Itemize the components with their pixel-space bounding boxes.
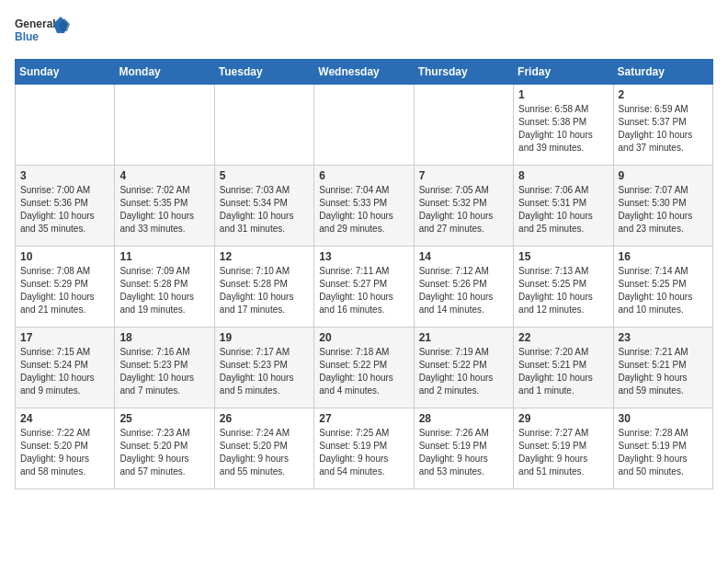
calendar-cell: 9Sunrise: 7:07 AMSunset: 5:30 PMDaylight… bbox=[613, 166, 712, 247]
day-info: Sunrise: 7:26 AMSunset: 5:19 PMDaylight:… bbox=[419, 427, 508, 478]
svg-text:Blue: Blue bbox=[15, 30, 39, 43]
day-number: 3 bbox=[20, 169, 109, 182]
day-number: 5 bbox=[220, 169, 309, 182]
calendar-cell: 10Sunrise: 7:08 AMSunset: 5:29 PMDayligh… bbox=[16, 247, 115, 327]
calendar-cell bbox=[115, 85, 214, 166]
calendar-cell: 24Sunrise: 7:22 AMSunset: 5:20 PMDayligh… bbox=[16, 408, 115, 489]
header: General Blue bbox=[15, 15, 713, 48]
calendar-cell: 7Sunrise: 7:05 AMSunset: 5:32 PMDaylight… bbox=[414, 166, 513, 247]
day-info: Sunrise: 6:59 AMSunset: 5:37 PMDaylight:… bbox=[619, 103, 708, 155]
calendar-cell bbox=[214, 85, 313, 166]
calendar-cell bbox=[16, 85, 115, 166]
day-info: Sunrise: 7:12 AMSunset: 5:26 PMDaylight:… bbox=[419, 265, 508, 316]
day-info: Sunrise: 7:28 AMSunset: 5:19 PMDaylight:… bbox=[619, 427, 708, 478]
weekday-monday: Monday bbox=[115, 60, 214, 85]
calendar-cell: 25Sunrise: 7:23 AMSunset: 5:20 PMDayligh… bbox=[115, 408, 214, 489]
calendar-cell: 28Sunrise: 7:26 AMSunset: 5:19 PMDayligh… bbox=[414, 408, 513, 489]
calendar-cell: 13Sunrise: 7:11 AMSunset: 5:27 PMDayligh… bbox=[314, 247, 414, 327]
calendar-cell: 17Sunrise: 7:15 AMSunset: 5:24 PMDayligh… bbox=[16, 327, 115, 408]
day-info: Sunrise: 7:24 AMSunset: 5:20 PMDaylight:… bbox=[220, 427, 309, 478]
day-info: Sunrise: 7:17 AMSunset: 5:23 PMDaylight:… bbox=[220, 346, 309, 397]
weekday-saturday: Saturday bbox=[613, 60, 712, 85]
day-number: 2 bbox=[619, 88, 708, 101]
day-number: 11 bbox=[119, 250, 209, 263]
day-number: 9 bbox=[619, 169, 708, 182]
svg-text:General: General bbox=[15, 17, 56, 30]
day-info: Sunrise: 7:14 AMSunset: 5:25 PMDaylight:… bbox=[619, 265, 708, 316]
weekday-tuesday: Tuesday bbox=[214, 60, 313, 85]
calendar-cell: 4Sunrise: 7:02 AMSunset: 5:35 PMDaylight… bbox=[115, 166, 214, 247]
calendar-cell: 5Sunrise: 7:03 AMSunset: 5:34 PMDaylight… bbox=[214, 166, 313, 247]
calendar-cell: 6Sunrise: 7:04 AMSunset: 5:33 PMDaylight… bbox=[314, 166, 414, 247]
calendar-cell: 11Sunrise: 7:09 AMSunset: 5:28 PMDayligh… bbox=[115, 247, 214, 327]
calendar-week-1: 1Sunrise: 6:58 AMSunset: 5:38 PMDaylight… bbox=[16, 85, 713, 166]
calendar-cell: 12Sunrise: 7:10 AMSunset: 5:28 PMDayligh… bbox=[214, 247, 313, 327]
calendar-cell: 8Sunrise: 7:06 AMSunset: 5:31 PMDaylight… bbox=[514, 166, 613, 247]
day-number: 30 bbox=[619, 412, 708, 425]
day-number: 17 bbox=[20, 331, 109, 344]
day-number: 27 bbox=[319, 412, 408, 425]
calendar-cell: 22Sunrise: 7:20 AMSunset: 5:21 PMDayligh… bbox=[514, 327, 613, 408]
logo-svg: General Blue bbox=[15, 15, 70, 48]
calendar-cell: 29Sunrise: 7:27 AMSunset: 5:19 PMDayligh… bbox=[514, 408, 613, 489]
day-info: Sunrise: 7:18 AMSunset: 5:22 PMDaylight:… bbox=[319, 346, 408, 397]
day-info: Sunrise: 7:05 AMSunset: 5:32 PMDaylight:… bbox=[419, 184, 508, 236]
day-info: Sunrise: 6:58 AMSunset: 5:38 PMDaylight:… bbox=[518, 103, 608, 155]
calendar-cell: 1Sunrise: 6:58 AMSunset: 5:38 PMDaylight… bbox=[514, 85, 613, 166]
day-info: Sunrise: 7:00 AMSunset: 5:36 PMDaylight:… bbox=[20, 184, 109, 236]
calendar-week-2: 3Sunrise: 7:00 AMSunset: 5:36 PMDaylight… bbox=[16, 166, 713, 247]
day-number: 10 bbox=[20, 250, 109, 263]
day-number: 29 bbox=[518, 412, 608, 425]
day-number: 4 bbox=[119, 169, 209, 182]
calendar-cell: 23Sunrise: 7:21 AMSunset: 5:21 PMDayligh… bbox=[613, 327, 712, 408]
day-number: 1 bbox=[518, 88, 608, 101]
weekday-wednesday: Wednesday bbox=[314, 60, 414, 85]
day-info: Sunrise: 7:27 AMSunset: 5:19 PMDaylight:… bbox=[518, 427, 608, 478]
calendar-cell: 27Sunrise: 7:25 AMSunset: 5:19 PMDayligh… bbox=[314, 408, 414, 489]
day-info: Sunrise: 7:16 AMSunset: 5:23 PMDaylight:… bbox=[119, 346, 209, 397]
day-info: Sunrise: 7:15 AMSunset: 5:24 PMDaylight:… bbox=[20, 346, 109, 397]
calendar-week-3: 10Sunrise: 7:08 AMSunset: 5:29 PMDayligh… bbox=[16, 247, 713, 327]
day-info: Sunrise: 7:07 AMSunset: 5:30 PMDaylight:… bbox=[619, 184, 708, 236]
calendar-cell bbox=[414, 85, 513, 166]
calendar-body: 1Sunrise: 6:58 AMSunset: 5:38 PMDaylight… bbox=[16, 85, 713, 489]
day-info: Sunrise: 7:10 AMSunset: 5:28 PMDaylight:… bbox=[220, 265, 309, 316]
day-number: 8 bbox=[518, 169, 608, 182]
day-number: 14 bbox=[419, 250, 508, 263]
calendar-week-4: 17Sunrise: 7:15 AMSunset: 5:24 PMDayligh… bbox=[16, 327, 713, 408]
day-info: Sunrise: 7:21 AMSunset: 5:21 PMDaylight:… bbox=[619, 346, 708, 397]
day-info: Sunrise: 7:04 AMSunset: 5:33 PMDaylight:… bbox=[319, 184, 408, 236]
day-number: 7 bbox=[419, 169, 508, 182]
day-number: 16 bbox=[619, 250, 708, 263]
calendar-cell: 2Sunrise: 6:59 AMSunset: 5:37 PMDaylight… bbox=[613, 85, 712, 166]
day-number: 19 bbox=[220, 331, 309, 344]
day-info: Sunrise: 7:23 AMSunset: 5:20 PMDaylight:… bbox=[119, 427, 209, 478]
day-info: Sunrise: 7:20 AMSunset: 5:21 PMDaylight:… bbox=[518, 346, 608, 397]
calendar-cell: 26Sunrise: 7:24 AMSunset: 5:20 PMDayligh… bbox=[214, 408, 313, 489]
day-number: 13 bbox=[319, 250, 408, 263]
calendar-cell: 30Sunrise: 7:28 AMSunset: 5:19 PMDayligh… bbox=[613, 408, 712, 489]
day-number: 28 bbox=[419, 412, 508, 425]
day-number: 12 bbox=[220, 250, 309, 263]
day-number: 24 bbox=[20, 412, 109, 425]
calendar-cell: 18Sunrise: 7:16 AMSunset: 5:23 PMDayligh… bbox=[115, 327, 214, 408]
day-info: Sunrise: 7:08 AMSunset: 5:29 PMDaylight:… bbox=[20, 265, 109, 316]
weekday-sunday: Sunday bbox=[16, 60, 115, 85]
weekday-friday: Friday bbox=[514, 60, 613, 85]
day-info: Sunrise: 7:03 AMSunset: 5:34 PMDaylight:… bbox=[220, 184, 309, 236]
day-info: Sunrise: 7:22 AMSunset: 5:20 PMDaylight:… bbox=[20, 427, 109, 478]
calendar-cell bbox=[314, 85, 414, 166]
logo: General Blue bbox=[15, 15, 70, 48]
day-info: Sunrise: 7:06 AMSunset: 5:31 PMDaylight:… bbox=[518, 184, 608, 236]
calendar-cell: 3Sunrise: 7:00 AMSunset: 5:36 PMDaylight… bbox=[16, 166, 115, 247]
calendar-cell: 16Sunrise: 7:14 AMSunset: 5:25 PMDayligh… bbox=[613, 247, 712, 327]
day-number: 23 bbox=[619, 331, 708, 344]
day-info: Sunrise: 7:13 AMSunset: 5:25 PMDaylight:… bbox=[518, 265, 608, 316]
day-number: 18 bbox=[119, 331, 209, 344]
calendar-cell: 21Sunrise: 7:19 AMSunset: 5:22 PMDayligh… bbox=[414, 327, 513, 408]
day-number: 25 bbox=[119, 412, 209, 425]
day-info: Sunrise: 7:02 AMSunset: 5:35 PMDaylight:… bbox=[119, 184, 209, 236]
day-number: 22 bbox=[518, 331, 608, 344]
day-number: 20 bbox=[319, 331, 408, 344]
day-info: Sunrise: 7:25 AMSunset: 5:19 PMDaylight:… bbox=[319, 427, 408, 478]
